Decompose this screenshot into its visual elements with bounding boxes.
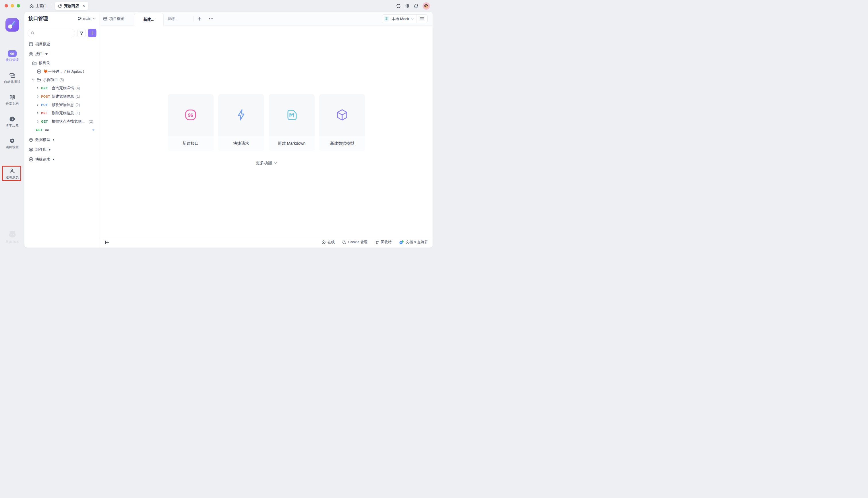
- zoom-window-button[interactable]: [17, 4, 20, 8]
- card-label: 新建接口: [168, 136, 214, 152]
- sidebar-item-invite-members[interactable]: 邀请成员: [0, 168, 24, 180]
- tree-item-project-overview[interactable]: 项目概览: [24, 39, 99, 49]
- card-label: 新建 Markdown: [269, 136, 315, 152]
- lightning-bolt-icon: [218, 94, 264, 136]
- tree-endpoint[interactable]: GET 根据状态查找宠物... (2): [24, 117, 99, 126]
- cookie-manager[interactable]: Cookie 管理: [342, 240, 367, 245]
- online-label: 在线: [327, 240, 335, 245]
- more-functions-button[interactable]: 更多功能: [256, 160, 277, 166]
- svg-text:96: 96: [10, 52, 14, 56]
- markdown-badge-icon: [269, 94, 315, 136]
- home-icon: [29, 4, 34, 8]
- request-history-clock-icon: [0, 116, 24, 122]
- filter-button[interactable]: [77, 29, 86, 37]
- invite-members-person-plus-icon: [0, 168, 24, 174]
- chevron-expanded-icon: [32, 79, 35, 81]
- api-section-icon: 96: [29, 52, 33, 56]
- project-tab-label: 宠物商店: [64, 3, 79, 9]
- apifox-logo[interactable]: [5, 18, 19, 31]
- recycle-bin-label: 回收站: [381, 240, 392, 245]
- sidebar-item-label: 项目设置: [0, 145, 24, 149]
- sidebar-item-label: 请求历史: [0, 123, 24, 128]
- tree-endpoint[interactable]: PUT 修改宠物信息 (2): [24, 101, 99, 109]
- cookie-icon: [342, 240, 347, 245]
- data-model-cube-icon: [29, 137, 33, 142]
- tree-item-quick-request[interactable]: 快捷请求: [24, 155, 99, 164]
- check-circle-icon: [322, 240, 326, 245]
- add-new-button[interactable]: [88, 29, 96, 37]
- recycle-bin[interactable]: 回收站: [375, 240, 392, 245]
- svg-text:96: 96: [188, 113, 193, 118]
- project-tab-petstore[interactable]: 宠物商店 ✕: [55, 2, 89, 10]
- chevron-collapsed-icon: [37, 95, 39, 98]
- content-card: 接口管理 main: [24, 12, 433, 248]
- card-quick-request[interactable]: 快捷请求: [218, 94, 264, 152]
- minimize-window-button[interactable]: [11, 4, 14, 8]
- panel-title: 接口管理: [28, 15, 48, 22]
- env-menu-icon[interactable]: [417, 15, 428, 23]
- overview-grid-icon: [29, 42, 33, 47]
- caret-right-icon: [49, 148, 51, 151]
- tree-item-root-directory[interactable]: 根目录: [24, 59, 99, 67]
- card-new-markdown[interactable]: 新建 Markdown: [269, 94, 315, 152]
- tree-item-data-models[interactable]: 数据模型: [24, 135, 99, 145]
- card-new-data-model[interactable]: 新建数据模型: [319, 94, 365, 152]
- tab-label: 新建...: [143, 17, 154, 22]
- project-settings-nut-icon: [0, 137, 24, 144]
- close-window-button[interactable]: [4, 4, 8, 8]
- tree-endpoint[interactable]: DEL 删除宠物信息 (1): [24, 109, 99, 117]
- env-label: 本地 Mock: [392, 16, 409, 22]
- tab-project-overview[interactable]: 项目概览: [103, 12, 124, 26]
- unsaved-dot-indicator: [92, 129, 94, 131]
- collapse-sidebar-icon[interactable]: [105, 240, 109, 245]
- svg-text:96: 96: [30, 53, 32, 55]
- online-status[interactable]: 在线: [322, 240, 335, 245]
- root-folder-icon: [32, 61, 37, 65]
- sidebar-item-api-management[interactable]: 96 接口管理: [0, 50, 24, 62]
- new-tab-button[interactable]: [197, 12, 202, 26]
- sidebar-item-share-docs[interactable]: 分享文档: [0, 94, 24, 106]
- tree-endpoint[interactable]: GET 查询宠物详情 (4): [24, 84, 99, 92]
- sidebar-item-label: 自动化测试: [0, 80, 24, 84]
- search-input[interactable]: [28, 29, 75, 37]
- close-project-tab-icon[interactable]: ✕: [82, 4, 85, 8]
- chevron-down-icon: [274, 162, 277, 164]
- external-link-icon: [58, 4, 62, 8]
- chevron-collapsed-icon: [37, 112, 39, 115]
- sidebar-item-project-settings[interactable]: 项目设置: [0, 137, 24, 149]
- chevron-collapsed-icon: [37, 103, 39, 106]
- sidebar-item-request-history[interactable]: 请求历史: [0, 116, 24, 128]
- main-area: 项目概览 新建... 新建... 本 本地 Mock: [100, 12, 433, 248]
- settings-gear-icon[interactable]: [405, 3, 410, 9]
- tree-item-markdown-doc[interactable]: 🦊一分钟，了解 Apifox！: [24, 67, 99, 76]
- statusbar: 在线 Cookie 管理 回收站: [100, 237, 433, 248]
- tree-endpoint[interactable]: POST 新建宠物信息 (1): [24, 92, 99, 101]
- tab-new-preview[interactable]: 新建...: [167, 12, 178, 26]
- sidebar-item-label: 接口管理: [0, 58, 24, 62]
- card-new-api[interactable]: 96 新建接口: [168, 94, 214, 152]
- tab-options-more-icon[interactable]: [209, 12, 214, 26]
- tree-endpoint[interactable]: GET aa: [24, 126, 99, 134]
- caret-right-icon: [53, 139, 54, 141]
- api-tree-panel: 接口管理 main: [24, 12, 100, 248]
- markdown-icon: [37, 69, 41, 74]
- tab-new-active[interactable]: 新建...: [134, 13, 164, 26]
- tree-item-components[interactable]: 组件库: [24, 145, 99, 155]
- user-avatar[interactable]: [422, 2, 430, 10]
- refresh-icon[interactable]: [396, 3, 401, 9]
- docs-community[interactable]: 文档 & 交流群: [399, 240, 428, 245]
- tree-item-example-folder[interactable]: 示例项目 (5): [24, 76, 99, 84]
- notifications-bell-icon[interactable]: [413, 3, 419, 9]
- share-docs-book-icon: [0, 94, 24, 101]
- main-window-tab[interactable]: 主窗口: [29, 2, 47, 10]
- branch-selector[interactable]: main: [78, 16, 96, 21]
- environment-selector[interactable]: 本 本地 Mock: [382, 14, 428, 23]
- trash-icon: [375, 240, 379, 245]
- more-functions-label: 更多功能: [256, 160, 272, 166]
- tab-label: 项目概览: [109, 16, 124, 22]
- new-document-content: 96 新建接口 快捷请求 新建 Markdown: [100, 26, 433, 237]
- overview-grid-icon: [103, 17, 107, 21]
- tree-item-api-section[interactable]: 96 接口: [24, 49, 99, 59]
- sidebar-item-automated-testing[interactable]: 自动化测试: [0, 73, 24, 84]
- sidebar-item-label: 分享文档: [0, 102, 24, 106]
